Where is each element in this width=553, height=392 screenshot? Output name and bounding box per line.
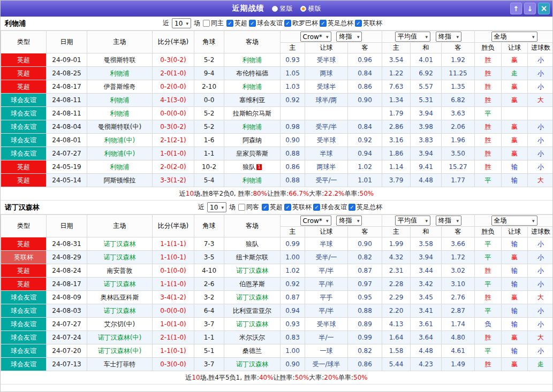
competition-checkbox[interactable]: ✓英超 [262,203,283,212]
col-header-home: 主场 [87,31,153,53]
cell-score: 4-1(3-0) [153,94,194,107]
cell-goals-result: 小 [528,120,553,134]
cell-euro-home-odds: 2.20 [382,304,411,318]
cell-euro-away-odds: 11.25 [442,67,475,80]
col-header-date: 日期 [47,31,87,53]
cell-handicap: 受半/一 [305,251,348,264]
cell-win-result: 胜 [475,264,502,278]
cell-home-team: 诺丁汉森林 [87,304,153,318]
match-scope-select[interactable]: 全场▾ [491,216,537,226]
cell-home-team: 诺丁汉森林(中) [87,331,153,344]
match-count-select[interactable]: 10 ▾ [207,202,226,212]
competition-checkbox[interactable]: ✓英超 [226,19,247,28]
cell-euro-away-odds: 4.80 [442,331,475,344]
cell-euro-home-odds: 5.44 [382,358,411,371]
euro-final-odds-select[interactable]: 终指▾ [436,216,461,226]
same-venue-checkbox[interactable]: 同客 [238,203,259,212]
radio-horizontal-layout[interactable]: 横版 [300,4,321,13]
cell-date: 24-08-04 [47,120,87,134]
same-venue-checkbox[interactable]: 同主 [203,19,224,28]
cell-euro-away-odds: 15.27 [442,160,475,174]
scroll-down-button[interactable]: ↓ [524,3,536,14]
competition-checkbox[interactable]: ✓球会友谊 [313,203,347,212]
cell-handicap-result: 赢 [502,53,528,67]
summary-segment: 10 [186,190,194,197]
team-label: 利物浦 [110,163,130,171]
asian-final-odds-select[interactable]: 终指▾ [336,32,362,42]
titlebar-center: 近期战绩 竖版 横版 [232,4,321,13]
cell-league-badge: 英超 [1,264,47,278]
asian-final-odds-select[interactable]: 终指▾ [336,216,362,226]
chevron-down-icon: ▾ [221,205,224,210]
chevron-down-icon: ▾ [426,218,428,224]
cell-goals-result: 小 [528,147,553,160]
match-row: 英超24-09-01曼彻斯特联0-3(0-2)5-2利物浦0.93受半球0.96… [1,53,553,67]
cell-corners: 1-1 [194,331,224,344]
competition-checkbox[interactable]: ✓英足总杯 [320,19,353,28]
chevron-down-icon: ▾ [456,34,459,40]
average-odds-select[interactable]: 平均值▾ [395,216,430,226]
cell-euro-away-odds: 3.02 [442,264,475,278]
result-group-header: 全场▾ [475,215,553,227]
cell-score: 2-1(2-1) [153,134,194,147]
results-table: 类型 日期 主场 比分(半场) 角球 客场 Crow*▾ 终指▾ 平均值▾ 终指… [1,214,553,371]
radio-vertical-layout[interactable]: 竖版 [272,4,293,13]
cell-goals-result: 大 [528,174,553,187]
euro-final-odds-select[interactable]: 终指▾ [436,32,461,42]
competition-label: 英联杯 [363,19,382,28]
team-label: 米尔沃尔 [239,334,265,341]
competition-checkbox[interactable]: ✓英足总杯 [349,203,382,212]
cell-euro-home-odds: 1.99 [382,237,411,251]
cell-score: 1-1(1-1) [153,237,194,251]
col-subheader-euro-home: 主 [382,43,411,53]
cell-home-team: 伊普斯维奇 [87,80,153,94]
same-venue-label: 同主 [211,19,224,28]
cell-euro-draw-odds: 3.61 [411,318,442,331]
cell-league-badge: 英超 [1,53,47,67]
col-header-away: 客场 [224,31,281,53]
cell-euro-home-odds: 1.79 [382,107,411,120]
cell-away-team: 桑德兰 [224,344,281,358]
match-scope-select[interactable]: 全场▾ [491,32,537,42]
cell-corners: 7-3 [194,237,224,251]
cell-win-result: 胜 [475,94,502,107]
checkbox-icon: ✓ [284,20,291,27]
cell-score: 0-1(0-0) [153,264,194,278]
cell-date: 24-07-27 [47,318,87,331]
cell-win-result: 胜 [475,67,502,80]
summary-segment: 场,胜4平5负1, 胜率: [200,373,259,382]
average-odds-select[interactable]: 平均值▾ [395,32,430,42]
competition-label: 球会友谊 [321,203,347,212]
match-row: 球会友谊24-08-11利物浦4-1(3-0)0-0塞维利亚0.92球半/两0.… [1,94,553,107]
cell-win-result: 胜 [475,80,502,94]
cell-away-team: 利物浦 [224,53,281,67]
competition-checkbox[interactable]: ✓英联杯 [355,19,382,28]
games-label: 场 [229,203,236,212]
scroll-up-button[interactable]: ↑ [510,3,522,14]
competition-checkbox[interactable]: ✓英联杯 [284,203,312,212]
match-row: 球会友谊24-07-24诺丁汉森林(中)2-1(1-0)1-1米尔沃尔0.83半… [1,331,553,344]
bookmaker-select[interactable]: Crow*▾ [300,32,331,42]
competition-checkbox[interactable]: ✓欧罗巴杯 [284,19,318,28]
team-label: 阿森纳 [243,136,262,144]
team-label: 艾尔切(中) [104,320,135,328]
col-subheader-euro-draw: 和 [411,227,442,237]
cell-euro-draw-odds: 3.98 [411,120,442,134]
summary-segment: 66.7% [289,190,309,197]
summary-line: 近10场,胜8平2负0, 胜率:80% 让胜率:66.7% 大率:22.2% 单… [1,187,552,201]
bookmaker-select[interactable]: Crow*▾ [300,216,331,226]
match-row: 球会友谊24-07-27艾尔切(中)1-0(1-0)3-7诺丁汉森林0.93受半… [1,318,553,331]
cell-home-team: 曼彻斯特联 [87,53,153,67]
chevron-down-icon: ▾ [357,34,360,40]
competition-label: 英超 [270,203,283,212]
competition-checkbox[interactable]: ✓球会友谊 [249,19,283,28]
cell-win-result: 胜 [475,358,502,371]
final-odds-value: 终指 [438,216,451,225]
radio-icon [300,6,306,12]
summary-segment: 50% [353,374,368,381]
close-button[interactable]: × [538,3,550,14]
chevron-down-icon: ▾ [456,218,459,224]
cell-euro-home-odds: 2.29 [382,291,411,304]
match-count-select[interactable]: 10 ▾ [172,18,191,28]
cell-away-team: 诺丁汉森林 [224,264,281,278]
